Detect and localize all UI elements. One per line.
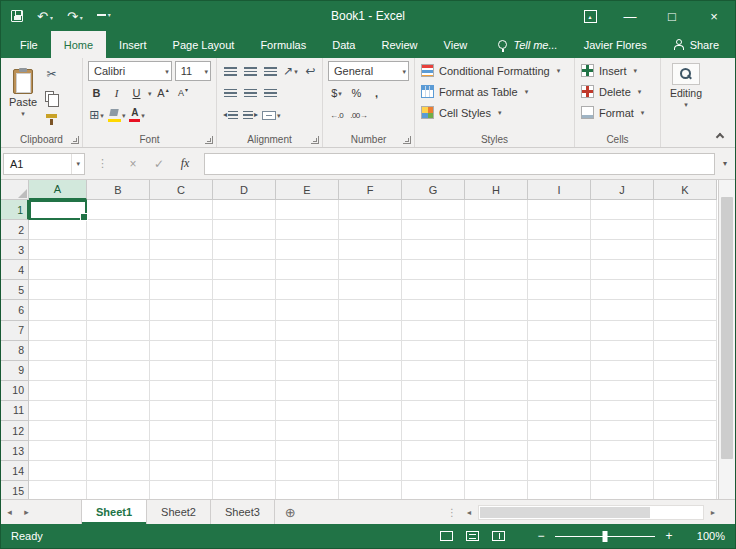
row-header-6[interactable]: 6 (1, 300, 29, 320)
cell-f10[interactable] (339, 381, 402, 401)
row-header-11[interactable]: 11 (1, 401, 29, 421)
cell-f3[interactable] (339, 240, 402, 260)
cell-a7[interactable] (29, 321, 87, 341)
cell-i14[interactable] (528, 461, 591, 481)
cell-c15[interactable] (150, 481, 213, 499)
cell-b3[interactable] (87, 240, 150, 260)
cell-j4[interactable] (591, 260, 654, 280)
cell-k11[interactable] (654, 401, 717, 421)
cell-e3[interactable] (276, 240, 339, 260)
column-header-h[interactable]: H (465, 180, 528, 200)
cell-b5[interactable] (87, 280, 150, 300)
column-header-g[interactable]: G (402, 180, 465, 200)
zoom-slider-thumb[interactable] (603, 531, 608, 542)
formula-input[interactable] (204, 153, 715, 175)
cell-g5[interactable] (402, 280, 465, 300)
format-as-table-button[interactable]: Format as Table▾ (417, 81, 572, 102)
number-dialog-launcher[interactable] (403, 136, 411, 144)
tab-data[interactable]: Data (319, 31, 368, 58)
page-layout-view-button[interactable] (459, 524, 485, 548)
normal-view-button[interactable] (433, 524, 459, 548)
cell-c13[interactable] (150, 441, 213, 461)
column-header-a[interactable]: A (29, 180, 87, 200)
cell-h9[interactable] (465, 361, 528, 381)
cell-i9[interactable] (528, 361, 591, 381)
cell-b1[interactable] (87, 200, 150, 220)
cell-d15[interactable] (213, 481, 276, 499)
cell-a9[interactable] (29, 361, 87, 381)
cell-d14[interactable] (213, 461, 276, 481)
vertical-scrollbar[interactable] (718, 180, 735, 499)
cell-i11[interactable] (528, 401, 591, 421)
cell-k9[interactable] (654, 361, 717, 381)
align-bottom-button[interactable] (262, 62, 279, 81)
column-header-i[interactable]: I (528, 180, 591, 200)
cell-b11[interactable] (87, 401, 150, 421)
cell-k3[interactable] (654, 240, 717, 260)
font-color-dropdown-icon[interactable]: ▾ (141, 112, 145, 119)
cancel-button[interactable]: × (120, 153, 146, 175)
cell-h13[interactable] (465, 441, 528, 461)
cell-d12[interactable] (213, 421, 276, 441)
row-header-15[interactable]: 15 (1, 481, 29, 499)
cell-f5[interactable] (339, 280, 402, 300)
cell-c1[interactable] (150, 200, 213, 220)
cell-b14[interactable] (87, 461, 150, 481)
cell-k15[interactable] (654, 481, 717, 499)
number-format-dropdown-icon[interactable]: ▾ (402, 68, 406, 75)
cell-g3[interactable] (402, 240, 465, 260)
name-box-dropdown-icon[interactable]: ▾ (71, 154, 84, 174)
cell-f12[interactable] (339, 421, 402, 441)
cell-b2[interactable] (87, 220, 150, 240)
cell-g6[interactable] (402, 300, 465, 320)
close-button[interactable]: × (693, 1, 735, 31)
column-header-k[interactable]: K (654, 180, 717, 200)
cell-i13[interactable] (528, 441, 591, 461)
cell-f13[interactable] (339, 441, 402, 461)
cell-h3[interactable] (465, 240, 528, 260)
clipboard-dialog-launcher[interactable] (71, 136, 79, 144)
row-header-12[interactable]: 12 (1, 421, 29, 441)
decrease-decimal-button[interactable]: .00→ (348, 106, 369, 125)
copy-button[interactable]: ▾ (43, 87, 60, 106)
cell-a3[interactable] (29, 240, 87, 260)
row-header-4[interactable]: 4 (1, 260, 29, 280)
cell-f11[interactable] (339, 401, 402, 421)
cell-e9[interactable] (276, 361, 339, 381)
fill-color-button[interactable]: ▾ (108, 106, 126, 125)
conditional-formatting-button[interactable]: Conditional Formatting▾ (417, 60, 572, 81)
cell-g8[interactable] (402, 341, 465, 361)
cell-h7[interactable] (465, 321, 528, 341)
cell-d13[interactable] (213, 441, 276, 461)
cell-i2[interactable] (528, 220, 591, 240)
cell-i15[interactable] (528, 481, 591, 499)
tab-formulas[interactable]: Formulas (247, 31, 319, 58)
cell-e6[interactable] (276, 300, 339, 320)
cell-g2[interactable] (402, 220, 465, 240)
align-middle-button[interactable] (242, 62, 259, 81)
customize-quick-access-button[interactable]: ▾ (97, 12, 111, 20)
cell-a1[interactable] (29, 200, 87, 220)
cell-e4[interactable] (276, 260, 339, 280)
cell-e13[interactable] (276, 441, 339, 461)
cell-j3[interactable] (591, 240, 654, 260)
cell-c6[interactable] (150, 300, 213, 320)
cell-k1[interactable] (654, 200, 717, 220)
scroll-up-icon[interactable] (719, 180, 735, 196)
italic-button[interactable]: I (108, 84, 125, 103)
cell-e2[interactable] (276, 220, 339, 240)
cell-b15[interactable] (87, 481, 150, 499)
sheet-tab-sheet1[interactable]: Sheet1 (81, 500, 147, 524)
cell-f8[interactable] (339, 341, 402, 361)
cell-f9[interactable] (339, 361, 402, 381)
cell-d1[interactable] (213, 200, 276, 220)
wrap-text-button[interactable]: ↩ (302, 62, 319, 81)
row-header-3[interactable]: 3 (1, 240, 29, 260)
zoom-level[interactable]: 100% (685, 530, 725, 542)
paste-dropdown-icon[interactable]: ▾ (21, 110, 25, 117)
bold-button[interactable]: B (88, 84, 105, 103)
merge-center-button[interactable]: ▾ (262, 106, 281, 125)
tab-page-layout[interactable]: Page Layout (160, 31, 248, 58)
enter-button[interactable]: ✓ (146, 153, 172, 175)
cell-e10[interactable] (276, 381, 339, 401)
